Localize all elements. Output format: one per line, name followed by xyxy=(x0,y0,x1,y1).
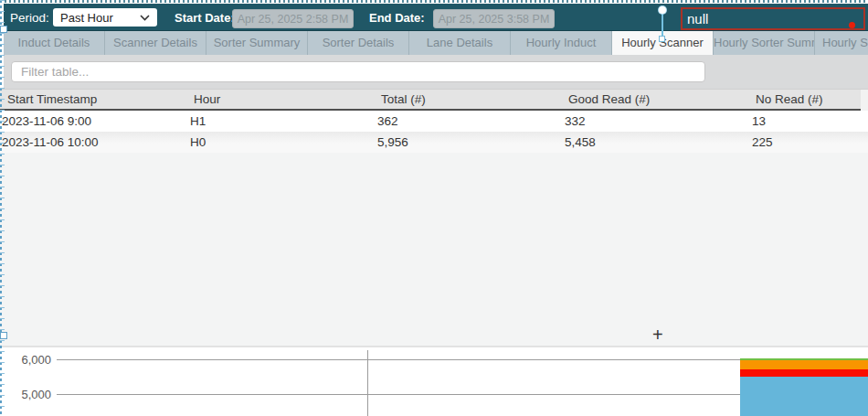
bar-segment-orange xyxy=(740,360,868,369)
table-header-row: Start Timestamp Hour Total (#) Good Read… xyxy=(0,89,868,111)
y-axis-tick-label: 5,000 xyxy=(7,388,51,401)
cell-hour: H0 xyxy=(187,132,375,153)
connector-square-handle[interactable] xyxy=(659,36,665,42)
connector-dot-handle[interactable] xyxy=(659,6,666,14)
header-good-read[interactable]: Good Read (#) xyxy=(562,90,749,109)
end-date-label: End Date: xyxy=(369,11,425,25)
cell-good-read: 5,458 xyxy=(562,132,749,153)
connector-line xyxy=(662,11,663,37)
app-canvas: Period: Past Hour Start Date: End Date: … xyxy=(0,0,868,416)
null-overlay-text: null xyxy=(687,11,708,27)
header-no-read[interactable]: No Read (#) xyxy=(749,90,868,109)
tab-sorter-details[interactable]: Sorter Details xyxy=(308,31,409,55)
end-date-input[interactable] xyxy=(433,9,555,28)
header-hour[interactable]: Hour xyxy=(187,90,375,109)
tab-hourly-induct[interactable]: Hourly Induct xyxy=(511,31,612,55)
period-select[interactable]: Past Hour xyxy=(53,8,157,27)
header-start-timestamp[interactable]: Start Timestamp xyxy=(0,90,187,109)
cell-total: 5,956 xyxy=(375,132,562,153)
selection-dashed-border-top xyxy=(0,0,868,3)
bar-segment-blue xyxy=(740,377,868,416)
null-value-overlay[interactable]: null xyxy=(681,7,865,30)
cell-hour: H1 xyxy=(187,111,375,132)
gridline-vertical xyxy=(367,350,368,416)
hourly-scanner-chart: 6,000 5,000 xyxy=(0,347,868,416)
selection-handle-bottom[interactable] xyxy=(0,332,7,339)
cell-total: 362 xyxy=(375,111,562,132)
cell-start-timestamp: 2023-11-06 9:00 xyxy=(0,111,187,132)
y-axis-tick-label: 6,000 xyxy=(7,353,51,367)
table-row[interactable]: 2023-11-06 9:00 H1 362 332 13 xyxy=(0,111,868,132)
selection-connector[interactable] xyxy=(654,5,671,42)
selection-handle-top[interactable] xyxy=(0,26,7,33)
scrollbar-gutter xyxy=(861,90,868,111)
bar-segment-red xyxy=(740,369,868,378)
tab-induct-details[interactable]: Induct Details xyxy=(4,31,105,55)
stacked-bar xyxy=(740,358,868,416)
table-row[interactable]: 2023-11-06 10:00 H0 5,956 5,458 225 xyxy=(0,132,868,153)
start-date-label: Start Date: xyxy=(175,11,235,25)
tab-hourly-sorter-summary[interactable]: Hourly Sorter Summar xyxy=(714,31,815,55)
error-dot-icon xyxy=(849,22,855,28)
tab-sorter-summary[interactable]: Sorter Summary xyxy=(206,31,308,55)
filter-section xyxy=(4,55,868,89)
expand-button[interactable]: + xyxy=(652,325,663,344)
cell-start-timestamp: 2023-11-06 10:00 xyxy=(0,132,187,153)
chevron-down-icon xyxy=(140,15,150,21)
period-select-value: Past Hour xyxy=(60,11,140,25)
tab-lane-details[interactable]: Lane Details xyxy=(409,31,511,55)
tab-scanner-details[interactable]: Scanner Details xyxy=(105,31,206,55)
cell-good-read: 332 xyxy=(562,111,749,132)
tab-hourly-sorter-details[interactable]: Hourly Sort xyxy=(815,31,868,55)
filter-input[interactable] xyxy=(11,61,705,82)
data-grid: Start Timestamp Hour Total (#) Good Read… xyxy=(0,89,868,347)
tab-bar: Induct Details Scanner Details Sorter Su… xyxy=(4,31,868,55)
header-total[interactable]: Total (#) xyxy=(375,90,562,109)
period-label: Period: xyxy=(10,11,49,25)
start-date-input[interactable] xyxy=(232,9,354,28)
cell-no-read: 225 xyxy=(749,132,868,153)
cell-no-read: 13 xyxy=(749,111,868,132)
